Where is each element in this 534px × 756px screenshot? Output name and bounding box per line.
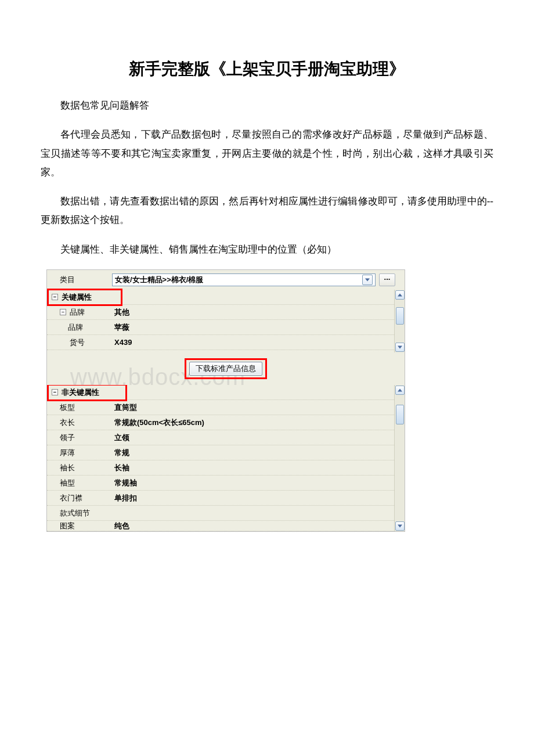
download-product-info-button[interactable]: 下载标准产品信息 <box>189 362 262 376</box>
attr-row-brand-1[interactable]: − 品牌 其他 <box>47 305 394 320</box>
attr-value[interactable]: 长袖 <box>112 463 394 473</box>
attr-value[interactable]: 纯色 <box>112 521 394 531</box>
attr-label: 板型 <box>60 402 75 413</box>
attr-row-brand-2[interactable]: 品牌 苹薇 <box>47 320 394 335</box>
attr-row[interactable]: 衣门襟 单排扣 <box>47 491 394 506</box>
attr-value[interactable]: 常规袖 <box>112 478 394 488</box>
section-nonkey-label: 非关键属性 <box>62 387 99 398</box>
attr-value[interactable]: 常规款(50cm<衣长≤65cm) <box>112 417 394 428</box>
paragraph-3: 数据出错，请先查看数据出错的原因，然后再针对相应属性进行编辑修改即可，请多使用助… <box>41 192 493 230</box>
scroll-up-icon[interactable] <box>395 386 405 395</box>
download-button-label: 下载标准产品信息 <box>196 363 256 374</box>
attr-row-sku[interactable]: 货号 X439 <box>47 335 394 350</box>
category-combo[interactable]: 女装/女士精品>>棉衣/棉服 <box>112 273 376 286</box>
scroll-thumb[interactable] <box>396 307 404 325</box>
attr-value[interactable]: 苹薇 <box>112 322 394 333</box>
attr-row[interactable]: 袖长 长袖 <box>47 460 394 476</box>
paragraph-4: 关键属性、非关键属性、销售属性在淘宝助理中的位置（必知） <box>41 240 493 259</box>
category-combo-value: 女装/女士精品>>棉衣/棉服 <box>115 275 362 285</box>
attr-row[interactable]: 厚薄 常规 <box>47 445 394 460</box>
document-title: 新手完整版《上架宝贝手册淘宝助理》 <box>41 58 493 80</box>
category-label: 类目 <box>52 275 75 285</box>
attr-row[interactable]: 板型 直筒型 <box>47 400 394 415</box>
attr-label: 款式细节 <box>60 508 90 519</box>
paragraph-2: 各代理会员悉知，下载产品数据包时，尽量按照自己的需求修改好产品标题，尽量做到产品… <box>41 125 493 182</box>
attr-row[interactable]: 款式细节 <box>47 506 394 521</box>
attr-value[interactable]: X439 <box>112 338 394 347</box>
paragraph-1: 数据包常见问题解答 <box>41 96 493 115</box>
nonkey-attributes-panel: − 非关键属性 板型 直筒型 衣长 常规款(50cm<衣长≤65cm) 领子 立… <box>47 385 405 531</box>
scroll-down-icon[interactable] <box>395 521 405 531</box>
scroll-thumb[interactable] <box>396 405 404 424</box>
attr-label: 领子 <box>60 433 75 443</box>
key-attributes-panel: − 关键属性 − 品牌 其他 品牌 苹薇 <box>47 290 405 352</box>
collapse-icon[interactable]: − <box>52 389 58 395</box>
attr-row[interactable]: 袖型 常规袖 <box>47 476 394 491</box>
attr-label: 图案 <box>60 521 75 531</box>
attr-label: 货号 <box>70 337 85 348</box>
attr-row[interactable]: 衣长 常规款(50cm<衣长≤65cm) <box>47 415 394 430</box>
attr-label: 袖长 <box>60 463 75 473</box>
section-nonkey-attributes[interactable]: − 非关键属性 <box>47 385 394 400</box>
taobao-assistant-panel: 类目 女装/女士精品>>棉衣/棉服 ··· <box>46 269 405 532</box>
attr-label: 衣长 <box>60 417 75 428</box>
scroll-up-icon[interactable] <box>395 290 405 300</box>
attr-value[interactable]: 常规 <box>112 448 394 458</box>
attr-value[interactable]: 直筒型 <box>112 402 394 413</box>
attr-label: 品牌 <box>70 307 85 318</box>
attr-value[interactable]: 其他 <box>112 307 394 318</box>
attr-label: 品牌 <box>68 322 83 333</box>
section-key-label: 关键属性 <box>62 292 92 303</box>
chevron-down-icon[interactable] <box>362 275 373 285</box>
attr-label: 厚薄 <box>60 448 75 458</box>
attr-value[interactable]: 立领 <box>112 433 394 443</box>
section-key-attributes[interactable]: − 关键属性 <box>47 290 394 305</box>
category-more-button[interactable]: ··· <box>379 273 395 286</box>
collapse-icon[interactable]: − <box>60 309 66 315</box>
download-band: www.bdocx.com 下载标准产品信息 <box>47 352 405 385</box>
attr-row[interactable]: 领子 立领 <box>47 430 394 445</box>
attr-row[interactable]: 图案 纯色 <box>47 521 394 531</box>
scroll-down-icon[interactable] <box>395 343 405 352</box>
attr-value[interactable]: 单排扣 <box>112 493 394 503</box>
attr-label: 袖型 <box>60 478 75 488</box>
attr-label: 衣门襟 <box>60 493 82 503</box>
collapse-icon[interactable]: − <box>52 294 58 300</box>
